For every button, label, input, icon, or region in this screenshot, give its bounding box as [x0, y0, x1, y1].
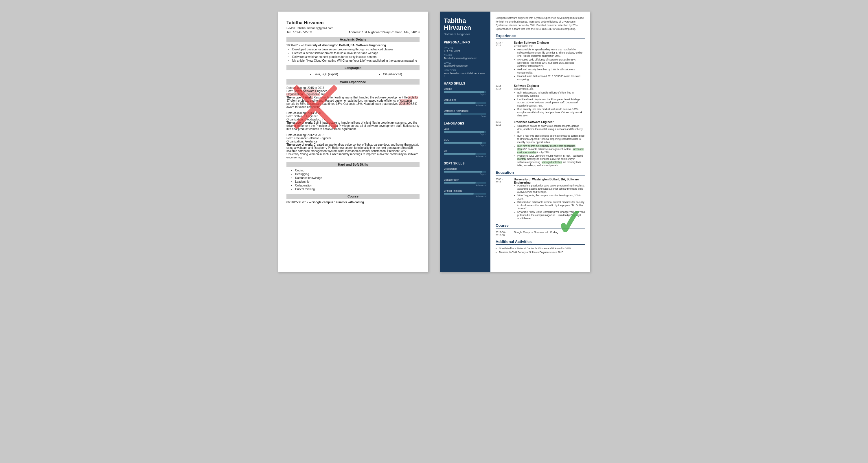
- academic-bullet-3: Delivered a webinar on best practices fo…: [292, 55, 420, 58]
- exp-bullets-2: Built infrastructure to handle millions …: [517, 91, 585, 117]
- skill-leadership-level: Expert: [444, 173, 486, 175]
- exp-title-3: Freelance Software Engineer: [514, 120, 585, 124]
- left-resume: Tabitha Hirvanen E-Mail: TabithaHirvanen…: [278, 11, 428, 272]
- email-label: E-Mail:: [286, 27, 296, 30]
- skill-coding-fill: [444, 91, 484, 93]
- work-scope-1: The scope of work: Responsible for leadi…: [286, 96, 420, 109]
- skill-coding-label: Coding: [444, 87, 486, 90]
- skill-debugging-level: Advanced: [444, 104, 486, 107]
- main-content: Energetic software engineer with 5 years…: [490, 11, 590, 272]
- exp-bullet-2-3: Built security into new product features…: [517, 108, 585, 117]
- personal-info-header: Personal Info: [444, 40, 486, 44]
- languages-row: Java, SQL (expert) C# (advanced): [286, 72, 420, 77]
- course-name-1: Google Campus: Summer with Coding: [514, 231, 558, 237]
- exp-detail-3: Freelance Software Engineer Composed an …: [514, 120, 585, 167]
- skill-debugging: Debugging: [295, 173, 420, 176]
- work-date-2: Date of Joining: 2013 to 2015: [286, 112, 420, 115]
- skill-dbknow-bar: Database Knowledge Basic: [444, 110, 486, 118]
- academic-header: Academic Details: [286, 37, 420, 42]
- email-value-right: TabithaHirvanen@gmail.com: [444, 57, 486, 60]
- left-contact-row: Tel: 773-457-2703 Address: 134 Rightward…: [286, 30, 420, 34]
- left-tel: Tel: 773-457-2703: [286, 30, 312, 34]
- left-name: Tabitha Hirvanen: [286, 20, 420, 26]
- lang-java-track: [444, 131, 486, 133]
- skill-critical: Critical thinking: [295, 187, 420, 191]
- phone-label: Phone: [444, 46, 486, 49]
- skill-collab-bar: Collaboration Advanced: [444, 178, 486, 186]
- lang-java-bar: Java Expert: [444, 127, 486, 136]
- skill-leadership: Leadership: [295, 180, 420, 183]
- exp-entry-1: 2015 -2017 Senior Software Engineer Cryp…: [496, 41, 585, 81]
- exp-bullets-3: Composed an app to allow voice control o…: [517, 124, 585, 167]
- exp-entry-2: 2013 -2015 Software Engineer Cloudwallop…: [496, 84, 585, 118]
- academic-bullet-2: Created a senior scholar project to buil…: [292, 52, 420, 55]
- lang-java: Java, SQL (expert): [310, 73, 338, 76]
- email-label-right: E-mail: [444, 54, 486, 57]
- work-org-2: Organization: Cloudwallop, Inc.: [286, 118, 420, 121]
- exp-bullet-3-3: Built new search functionality into the …: [517, 144, 585, 154]
- lang-sql-label: SQL: [444, 138, 486, 141]
- exp-company-1: Cryptoconic, Inc.: [514, 44, 585, 47]
- work-entry-2: Date of Joining: 2013 to 2015 Post: Soft…: [286, 112, 420, 131]
- academic-bullets: Developed passion for Java server progra…: [292, 48, 420, 62]
- skill-collab-fill: [444, 182, 476, 183]
- skill-leadership-track: [444, 171, 486, 173]
- work-post-1: Post: Senior Software Engineer: [286, 89, 420, 93]
- lang-sql-track: [444, 142, 486, 144]
- skill-debugging-label: Debugging: [444, 98, 486, 102]
- work-entry-3: Date of Joining: 2012 to 2013 Post: Free…: [286, 134, 420, 159]
- skill-collab-level: Advanced: [444, 184, 486, 186]
- skills-list: Coding Debugging Database knowledge Lead…: [295, 169, 420, 191]
- edu-bullet-1-3: Delivered an actionable webinar on best …: [517, 201, 585, 210]
- edu-detail-1: University of Washington Bothell, BA, So…: [514, 178, 585, 221]
- exp-date-1: 2015 -2017: [496, 41, 512, 81]
- lang-java-fill: [444, 131, 484, 133]
- skill-dbknow-fill: [444, 113, 461, 115]
- exp-bullet-1-3: Reduced security breaches by 73% for all…: [517, 68, 585, 75]
- academic-years: 2008-2012 –: [286, 44, 304, 47]
- exp-entry-3: 2012 -2013 Freelance Software Engineer C…: [496, 120, 585, 167]
- skill-critical-bar: Critical Thinking Advanced: [444, 190, 486, 198]
- skill-dbknow-level: Basic: [444, 115, 486, 118]
- exp-bullet-3-1: Composed an app to allow voice control o…: [517, 124, 585, 134]
- academic-entry: 2008-2012 – University of Washington Bot…: [286, 44, 420, 62]
- edu-entry-1: 2008 -2012 University of Washington Both…: [496, 178, 585, 221]
- exp-company-2: Cloudwallop, Inc.: [514, 87, 585, 90]
- skill-coding-bar: Coding Expert: [444, 87, 486, 95]
- exp-bullet-1-4: Headed team that received 2016 BOSSIE aw…: [517, 75, 585, 81]
- lang-csharp-label: C#: [444, 149, 486, 152]
- academic-bullet-4: My article, "How Cloud Computing Will Ch…: [292, 59, 420, 62]
- work-org-3: Organization: Freelance: [286, 140, 420, 143]
- left-address: Address: 134 Rightward Way Portland, ME,…: [349, 30, 420, 34]
- languages-header-right: Languages: [444, 122, 486, 125]
- sidebar: TabithaHirvanen Software Engineer Person…: [440, 11, 490, 272]
- lang-sql-fill: [444, 142, 482, 144]
- skill-debugging-track: [444, 102, 486, 104]
- work-post-2: Post: Software Engineer: [286, 115, 420, 118]
- academic-title: University of Washington Bothell, BA, So…: [304, 44, 386, 47]
- work-scope-3: The scope of work: Created an app to all…: [286, 143, 420, 159]
- academic-bullet-1: Developed passion for Java server progra…: [292, 48, 420, 51]
- exp-title-2: Software Engineer: [514, 84, 585, 87]
- exp-bullet-2-1: Built infrastructure to handle millions …: [517, 91, 585, 97]
- exp-bullets-1: Responsible for spearheading teams that …: [517, 48, 585, 81]
- work-scope-2: The scope of work: Built infrastructure …: [286, 121, 420, 131]
- experience-header: Experience: [496, 34, 585, 39]
- activity-1: Shortlisted for a National Center for Wo…: [499, 247, 585, 250]
- www-value: TabithaHirvanen.com: [444, 64, 486, 67]
- exp-bullet-1-2: Increased code efficiency of customer po…: [517, 58, 585, 68]
- skill-collab-label: Collaboration: [444, 178, 486, 181]
- skill-coding-level: Expert: [444, 93, 486, 95]
- activities-header: Additional Activities: [496, 239, 585, 245]
- exp-date-3: 2012 -2013: [496, 120, 512, 167]
- skill-critical-fill: [444, 193, 474, 195]
- lang-java-label: Java: [444, 127, 486, 130]
- edu-date-1: 2008 -2012: [496, 178, 512, 221]
- exp-detail-2: Software Engineer Cloudwallop, Inc. Buil…: [514, 84, 585, 118]
- skill-dbknow-label: Database Knowledge: [444, 110, 486, 112]
- course-header: Course: [286, 194, 420, 199]
- course-entry-right-1: 2012-06 -2012-08 Google Campus: Summer w…: [496, 231, 585, 237]
- lang-csharp-level: Advanced: [444, 155, 486, 157]
- lang-sql-bar: SQL Expert: [444, 138, 486, 146]
- skills-header: Hard and Soft Skills: [286, 162, 420, 167]
